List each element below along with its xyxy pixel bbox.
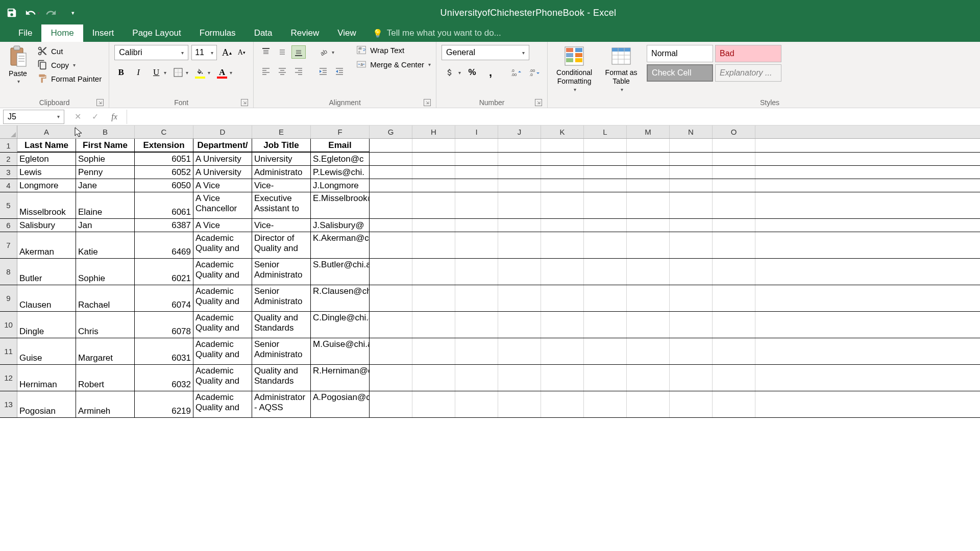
name-box[interactable]: J5▾	[3, 110, 64, 124]
cell-job-title[interactable]: Senior Administrato	[252, 259, 311, 285]
underline-button[interactable]: U	[150, 66, 163, 79]
cell-email[interactable]: K.Akerman@chi.ac.uk	[311, 232, 370, 258]
cell-email[interactable]: M.Guise@chi.ac.uk	[311, 338, 370, 364]
col-header-f[interactable]: F	[311, 126, 370, 138]
cell-department[interactable]: Academic Quality and	[193, 338, 252, 364]
cell-email[interactable]: E.Misselbrook@chi.ac.uk	[311, 192, 370, 218]
paste-button[interactable]: Paste ▾	[5, 45, 31, 97]
style-bad[interactable]: Bad	[715, 45, 781, 62]
tab-view[interactable]: View	[328, 24, 365, 42]
cut-button[interactable]: Cut	[35, 45, 104, 57]
format-as-table-button[interactable]: Format as Table▾	[600, 45, 643, 97]
cell-last-name[interactable]: Lewis	[17, 166, 76, 179]
cell-extension[interactable]: 6074	[135, 285, 193, 311]
cell-last-name[interactable]: Pogosian	[17, 391, 76, 417]
formula-input[interactable]	[127, 110, 980, 124]
col-header-i[interactable]: I	[455, 126, 498, 138]
col-header-g[interactable]: G	[370, 126, 412, 138]
cell-job-title[interactable]: Quality and Standards	[252, 365, 311, 391]
cell-extension[interactable]: 6387	[135, 219, 193, 232]
italic-button[interactable]: I	[132, 66, 145, 79]
cell-job-title[interactable]: Director of Quality and	[252, 232, 311, 258]
cell-job-title[interactable]: Administrator - AQSS	[252, 391, 311, 417]
cell-first-name[interactable]: Robert	[76, 365, 135, 391]
col-header-j[interactable]: J	[498, 126, 541, 138]
cell-first-name[interactable]: Penny	[76, 166, 135, 179]
row-header[interactable]: 13	[0, 391, 17, 417]
col-header-a[interactable]: A	[17, 126, 76, 138]
cell-extension[interactable]: 6061	[135, 192, 193, 218]
cell-first-name[interactable]: Katie	[76, 232, 135, 258]
cell-department[interactable]: Academic Quality and	[193, 285, 252, 311]
font-size-combo[interactable]: 11▾	[191, 45, 217, 60]
merge-center-button[interactable]: a Merge & Center ▾	[356, 59, 431, 69]
cell-email[interactable]: R.Herniman@chi.ac.uk	[311, 365, 370, 391]
cell-job-title[interactable]: Senior Administrato	[252, 338, 311, 364]
worksheet-grid[interactable]: A B C D E F G H I J K L M N O 1 Last Nam…	[0, 126, 980, 418]
col-header-k[interactable]: K	[541, 126, 584, 138]
align-center-button[interactable]	[275, 64, 289, 78]
select-all-corner[interactable]	[0, 126, 17, 138]
header-extension[interactable]: Extension	[135, 139, 193, 152]
cell-last-name[interactable]: Dingle	[17, 312, 76, 338]
cell-styles-gallery[interactable]: Normal Bad Check Cell Explanatory ...	[647, 45, 781, 97]
tab-review[interactable]: Review	[282, 24, 329, 42]
col-header-d[interactable]: D	[193, 126, 252, 138]
header-first-name[interactable]: First Name	[76, 139, 135, 152]
undo-button[interactable]: ▾	[24, 5, 40, 20]
cell-last-name[interactable]: Longmore	[17, 179, 76, 192]
cell-department[interactable]: Academic Quality and	[193, 312, 252, 338]
decrease-font-button[interactable]: A▾	[235, 46, 248, 59]
header-email[interactable]: Email	[311, 139, 370, 152]
row-header[interactable]: 5	[0, 192, 17, 218]
col-header-b[interactable]: B	[76, 126, 135, 138]
cell-email[interactable]: J.Longmore	[311, 179, 370, 192]
cell-email[interactable]: C.Dingle@chi.ac.uk	[311, 312, 370, 338]
cell-email[interactable]: J.Salisbury@	[311, 219, 370, 232]
row-header[interactable]: 11	[0, 338, 17, 364]
cell-first-name[interactable]: Jane	[76, 179, 135, 192]
tab-insert[interactable]: Insert	[83, 24, 124, 42]
cell-job-title[interactable]: Vice-	[252, 179, 311, 192]
col-header-e[interactable]: E	[252, 126, 311, 138]
copy-button[interactable]: Copy ▾	[35, 59, 104, 71]
cell-last-name[interactable]: Salisbury	[17, 219, 76, 232]
orientation-button[interactable]: ab	[316, 45, 331, 59]
cell-department[interactable]: Academic Quality and	[193, 232, 252, 258]
cell-last-name[interactable]: Akerman	[17, 232, 76, 258]
tab-file[interactable]: File	[9, 24, 41, 42]
cell-department[interactable]: Academic Quality and	[193, 365, 252, 391]
wrap-text-button[interactable]: abc Wrap Text	[356, 45, 431, 55]
cell-extension[interactable]: 6050	[135, 179, 193, 192]
cell-last-name[interactable]: Guise	[17, 338, 76, 364]
cell-email[interactable]: S.Butler@chi.ac.uk	[311, 259, 370, 285]
fill-color-button[interactable]	[193, 66, 207, 79]
col-header-h[interactable]: H	[412, 126, 455, 138]
cell-department[interactable]: A Vice	[193, 179, 252, 192]
increase-decimal-button[interactable]: .0.00	[508, 66, 524, 79]
row-header-1[interactable]: 1	[0, 139, 17, 152]
header-job-title[interactable]: Job Title	[252, 139, 311, 152]
cell-first-name[interactable]: Sophie	[76, 153, 135, 165]
align-left-button[interactable]	[259, 64, 273, 78]
font-name-combo[interactable]: Calibri▾	[114, 45, 188, 60]
cell-extension[interactable]: 6051	[135, 153, 193, 165]
borders-button[interactable]	[172, 66, 185, 79]
cell-extension[interactable]: 6021	[135, 259, 193, 285]
cell-first-name[interactable]: Jan	[76, 219, 135, 232]
enter-formula-button[interactable]: ✓	[88, 110, 102, 123]
cell-extension[interactable]: 6031	[135, 338, 193, 364]
decrease-indent-button[interactable]	[316, 64, 330, 78]
cell-extension[interactable]: 6078	[135, 312, 193, 338]
column-headers[interactable]: A B C D E F G H I J K L M N O	[0, 126, 980, 139]
cell-extension[interactable]: 6032	[135, 365, 193, 391]
cancel-formula-button[interactable]: ✕	[70, 110, 85, 123]
cell-job-title[interactable]: Quality and Standards	[252, 312, 311, 338]
cell-job-title[interactable]: Senior Administrato	[252, 285, 311, 311]
tab-home[interactable]: Home	[41, 24, 83, 42]
save-button[interactable]	[4, 5, 19, 20]
tab-data[interactable]: Data	[245, 24, 282, 42]
increase-indent-button[interactable]	[332, 64, 347, 78]
row-header[interactable]: 10	[0, 312, 17, 338]
cell-email[interactable]: A.Pogosian@chi.ac.uk	[311, 391, 370, 417]
